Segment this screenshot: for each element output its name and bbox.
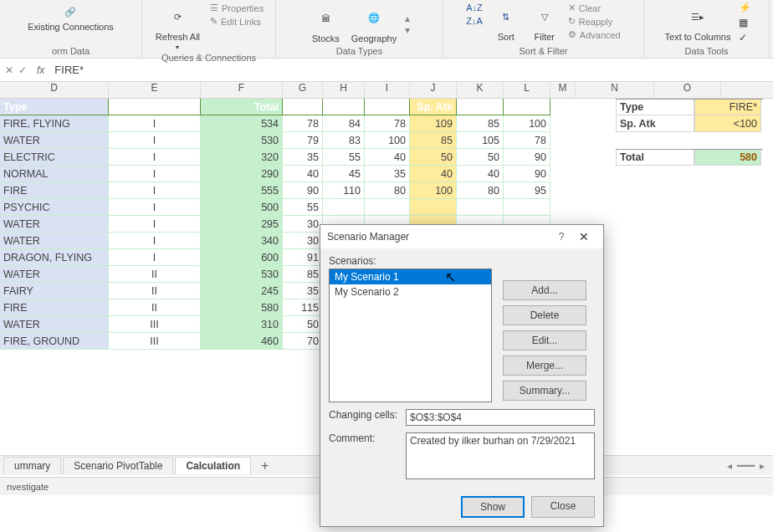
- col-D[interactable]: D: [0, 82, 109, 98]
- cell[interactable]: 30: [283, 233, 323, 249]
- sheet-tab-summary[interactable]: ummary: [3, 457, 61, 474]
- cell[interactable]: ELECTRIC: [0, 149, 109, 166]
- cell[interactable]: FAIRY: [0, 283, 109, 299]
- table-header[interactable]: Attack: [323, 99, 365, 115]
- add-sheet-button[interactable]: +: [253, 458, 277, 473]
- geography-button[interactable]: 🌐Geography: [348, 3, 400, 45]
- cell[interactable]: 35: [283, 149, 323, 166]
- cell[interactable]: 50: [283, 316, 323, 333]
- cell[interactable]: 83: [323, 132, 365, 149]
- dialog-close-button[interactable]: ✕: [571, 230, 596, 243]
- edit-button[interactable]: Edit...: [503, 330, 586, 350]
- col-H[interactable]: H: [323, 82, 365, 98]
- cell[interactable]: 295: [201, 216, 283, 233]
- cell[interactable]: 45: [323, 166, 365, 182]
- cell[interactable]: III: [109, 333, 201, 350]
- cell[interactable]: I: [109, 166, 201, 182]
- cell[interactable]: 78: [504, 132, 550, 149]
- edit-links-button[interactable]: ✎Edit Links: [208, 15, 265, 28]
- summary-spatk-value[interactable]: <100: [694, 115, 761, 132]
- cell[interactable]: 40: [283, 166, 323, 182]
- cell[interactable]: NORMAL: [0, 166, 109, 182]
- cell[interactable]: 100: [410, 182, 457, 199]
- cell[interactable]: [365, 199, 410, 216]
- stocks-button[interactable]: 🏛Stocks: [309, 3, 343, 45]
- clear-button[interactable]: ✕Clear: [566, 2, 622, 14]
- dialog-help-button[interactable]: ?: [551, 231, 571, 243]
- cell[interactable]: II: [109, 283, 201, 299]
- col-E[interactable]: E: [109, 82, 201, 98]
- scenarios-listbox[interactable]: My Scenario 1 My Scenario 2: [329, 269, 492, 402]
- table-header[interactable]: Sp. Def: [457, 99, 504, 115]
- cell[interactable]: 115: [283, 299, 323, 316]
- cell[interactable]: 245: [201, 283, 283, 299]
- existing-connections-button[interactable]: 🔗 Existing Connections: [24, 2, 117, 33]
- table-header[interactable]: Generation: [109, 99, 201, 115]
- refresh-all-button[interactable]: ⟳ Refresh All ▾: [152, 2, 203, 53]
- cell[interactable]: 600: [201, 249, 283, 266]
- table-row[interactable]: NORMALI290404535404090: [0, 166, 773, 182]
- cell[interactable]: 530: [201, 266, 283, 283]
- cell[interactable]: FIRE: [0, 182, 109, 199]
- cell[interactable]: 110: [323, 182, 365, 199]
- col-G[interactable]: G: [283, 82, 323, 98]
- table-header[interactable]: Sp. Atk: [410, 99, 457, 115]
- comment-textarea[interactable]: Created by ilker burhan on 7/29/2021: [406, 432, 595, 479]
- cell[interactable]: 95: [504, 182, 550, 199]
- cell[interactable]: 100: [504, 115, 550, 132]
- col-F[interactable]: F: [201, 82, 283, 98]
- flash-fill-icon[interactable]: ⚡: [739, 2, 751, 13]
- cell[interactable]: 55: [323, 149, 365, 166]
- cell[interactable]: 35: [365, 166, 410, 182]
- sort-button[interactable]: ⇅Sort: [489, 2, 523, 43]
- cell[interactable]: 40: [410, 166, 457, 182]
- reapply-button[interactable]: ↻Reapply: [566, 15, 622, 28]
- table-header[interactable]: HP: [283, 99, 323, 115]
- formula-input[interactable]: FIRE*: [49, 64, 773, 76]
- cell[interactable]: 534: [201, 115, 283, 132]
- col-M[interactable]: M: [550, 82, 576, 98]
- data-validation-icon[interactable]: ✓: [739, 32, 751, 43]
- cell[interactable]: WATER: [0, 216, 109, 233]
- scenario-item-1[interactable]: My Scenario 1: [330, 269, 491, 284]
- summary-button[interactable]: Summary...: [503, 381, 586, 401]
- summary-type-value[interactable]: FIRE*: [694, 100, 761, 115]
- cell[interactable]: 109: [410, 115, 457, 132]
- cell[interactable]: [410, 199, 457, 216]
- cell[interactable]: 78: [283, 115, 323, 132]
- cell[interactable]: FIRE: [0, 299, 109, 316]
- sheet-tab-pivot[interactable]: Scenario PivotTable: [63, 457, 173, 474]
- cell[interactable]: I: [109, 216, 201, 233]
- cell[interactable]: 555: [201, 182, 283, 199]
- cell[interactable]: 90: [504, 149, 550, 166]
- table-header[interactable]: Defense: [365, 99, 410, 115]
- cell[interactable]: [504, 199, 550, 216]
- cell[interactable]: 84: [323, 115, 365, 132]
- add-button[interactable]: Add...: [503, 280, 586, 300]
- summary-total-value[interactable]: 580: [694, 150, 761, 166]
- cell[interactable]: 90: [283, 182, 323, 199]
- cell[interactable]: 85: [457, 115, 504, 132]
- close-button[interactable]: Close: [531, 496, 595, 518]
- cell[interactable]: 340: [201, 233, 283, 249]
- cell[interactable]: 30: [283, 216, 323, 233]
- cell[interactable]: 80: [365, 182, 410, 199]
- cell[interactable]: 91: [283, 249, 323, 266]
- sort-desc-button[interactable]: Z↓A: [464, 15, 484, 27]
- cell[interactable]: 85: [283, 266, 323, 283]
- changing-cells-input[interactable]: $O$3:$O$4: [406, 409, 595, 426]
- cell[interactable]: I: [109, 249, 201, 266]
- cell[interactable]: 530: [201, 132, 283, 149]
- cell[interactable]: 320: [201, 149, 283, 166]
- fx-icon[interactable]: fx: [32, 64, 49, 76]
- cell[interactable]: 105: [457, 132, 504, 149]
- cell[interactable]: 50: [457, 149, 504, 166]
- filter-button[interactable]: ▽Filter: [528, 2, 561, 43]
- col-L[interactable]: L: [504, 82, 550, 98]
- text-to-columns-button[interactable]: ☰▸Text to Columns: [662, 2, 735, 43]
- cell[interactable]: FIRE, GROUND: [0, 333, 109, 350]
- col-K[interactable]: K: [457, 82, 504, 98]
- cell[interactable]: 40: [457, 166, 504, 182]
- cell[interactable]: 580: [201, 299, 283, 316]
- cell[interactable]: 40: [365, 149, 410, 166]
